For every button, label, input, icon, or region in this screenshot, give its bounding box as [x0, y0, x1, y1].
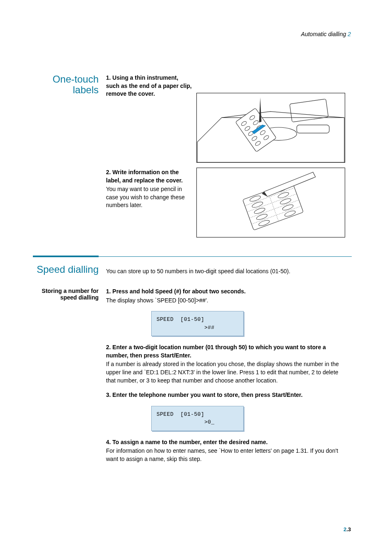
step-num: 1.	[106, 288, 111, 295]
illustration-remove-cover	[196, 93, 345, 163]
speed-intro: You can store up to 50 numbers in two-di…	[106, 267, 344, 275]
step-num: 2.	[106, 169, 111, 175]
fax-machine-illustration-icon	[197, 93, 345, 162]
step-bold: To assign a name to the number, enter th…	[113, 439, 268, 445]
step-bold: Press and hold Speed (#) for about two s…	[113, 288, 246, 295]
pencil-label-illustration-icon	[197, 168, 345, 237]
header-section-number: 2	[348, 31, 351, 37]
speed-step-1: 1. Press and hold Speed (#) for about tw…	[106, 288, 344, 304]
step-bold: Write information on the label, and repl…	[106, 169, 183, 184]
step-num: 4.	[106, 439, 111, 445]
step-2: 2. Write information on the label, and r…	[106, 168, 192, 210]
step-1: 1. Using a thin instrument, such as the …	[106, 74, 192, 98]
step-num: 1.	[106, 74, 111, 81]
page-number: 2.3	[344, 526, 351, 532]
step-body: For information on how to enter names, s…	[106, 447, 344, 463]
step-bold: Using a thin instrument, such as the end…	[106, 74, 192, 97]
step-bold: Enter the telephone number you want to s…	[113, 392, 303, 398]
step-body: If a number is already stored in the loc…	[106, 360, 344, 385]
step-body: You may want to use pencil in case you w…	[106, 185, 192, 210]
step-body: The display shows `SPEED [00-50]>##'.	[106, 297, 344, 305]
page: Automatic dialling 2 One-touch labels 1.…	[0, 0, 392, 553]
speed-step-3: 3. Enter the telephone number you want t…	[106, 391, 344, 399]
left-label-line1: One-touch	[33, 74, 99, 85]
page-header: Automatic dialling 2	[301, 31, 351, 37]
page-number-sub: .3	[346, 526, 351, 532]
speed-step-4: 4. To assign a name to the number, enter…	[106, 438, 344, 463]
svg-rect-2	[297, 125, 329, 133]
header-italic: Automatic dialling	[301, 31, 346, 37]
section-divider-thin	[99, 256, 352, 257]
left-label-line2: labels	[33, 85, 99, 95]
section-title-speed-dialling: Speed dialling	[37, 264, 99, 275]
left-section-label: One-touch labels	[33, 74, 99, 96]
step-num: 2.	[106, 344, 111, 350]
speed-subheading: Storing a number for speed dialling	[33, 288, 99, 301]
svg-rect-0	[290, 99, 328, 122]
lcd-display-2: SPEED [01-50] >0_	[151, 406, 244, 431]
step-num: 3.	[106, 392, 111, 398]
illustration-write-label	[196, 168, 345, 237]
section-divider-thick	[33, 256, 99, 257]
lcd-display-1: SPEED [01-50] >##	[151, 311, 244, 336]
step-bold: Enter a two-digit location number (01 th…	[106, 344, 326, 359]
speed-step-2: 2. Enter a two-digit location number (01…	[106, 343, 344, 385]
